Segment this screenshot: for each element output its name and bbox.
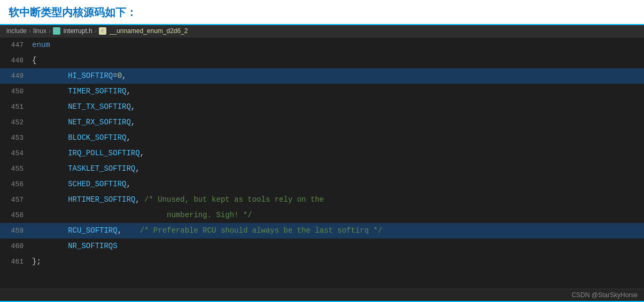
code-line: 451 NET_TX_SOFTIRQ, [0, 99, 644, 115]
line-content: TIMER_SOFTIRQ, [32, 84, 644, 99]
line-content: RCU_SOFTIRQ, /* Preferable RCU should al… [32, 223, 644, 238]
enum-icon: e [99, 27, 106, 35]
bottom-bar: CSDN @StarSkyHorse [0, 289, 644, 301]
breadcrumb-include: include [6, 27, 27, 35]
line-number: 453 [0, 131, 32, 146]
line-content: NET_RX_SOFTIRQ, [32, 115, 644, 130]
line-number: 457 [0, 193, 32, 208]
line-number: 454 [0, 146, 32, 161]
line-number: 458 [0, 208, 32, 223]
code-line: 453 BLOCK_SOFTIRQ, [0, 130, 644, 146]
code-container: include › linux › C interrupt.h › e __un… [0, 24, 644, 302]
code-body: 447enum448{449 HI_SOFTIRQ=0,450 TIMER_SO… [0, 37, 644, 289]
c-icon: C [53, 27, 60, 35]
line-content: { [32, 53, 644, 68]
code-line: 450 TIMER_SOFTIRQ, [0, 84, 644, 99]
line-content: enum [32, 37, 644, 52]
code-line: 454 IRQ_POLL_SOFTIRQ, [0, 146, 644, 161]
code-line: 456 SCHED_SOFTIRQ, [0, 177, 644, 192]
line-number: 461 [0, 255, 32, 269]
watermark: CSDN @StarSkyHorse [571, 291, 638, 299]
page-title: 软中断类型内核源码如下： [0, 0, 644, 24]
code-line: 457 HRTIMER_SOFTIRQ, /* Unused, but kept… [0, 192, 644, 208]
code-line: 448{ [0, 53, 644, 68]
code-line: 449 HI_SOFTIRQ=0, [0, 68, 644, 84]
line-content: SCHED_SOFTIRQ, [32, 177, 644, 192]
line-number: 449 [0, 69, 32, 84]
line-number: 448 [0, 53, 32, 68]
line-content: HRTIMER_SOFTIRQ, /* Unused, but kept as … [32, 192, 644, 207]
line-number: 455 [0, 162, 32, 177]
breadcrumb-file: interrupt.h [64, 27, 92, 35]
code-line: 458 numbering. Sigh! */ [0, 208, 644, 223]
line-number: 447 [0, 38, 32, 53]
code-line: 460 NR_SOFTIRQS [0, 239, 644, 254]
code-line: 447enum [0, 37, 644, 53]
line-content: IRQ_POLL_SOFTIRQ, [32, 146, 644, 161]
line-number: 460 [0, 239, 32, 254]
code-line: 461}; [0, 254, 644, 269]
line-content: }; [32, 254, 644, 269]
line-number: 452 [0, 115, 32, 130]
line-number: 450 [0, 84, 32, 99]
code-line: 452 NET_RX_SOFTIRQ, [0, 115, 644, 130]
line-number: 451 [0, 100, 32, 115]
line-content: TASKLET_SOFTIRQ, [32, 161, 644, 176]
line-content: HI_SOFTIRQ=0, [32, 68, 644, 83]
page-wrapper: 软中断类型内核源码如下： include › linux › C interru… [0, 0, 644, 302]
breadcrumb-linux: linux [33, 27, 46, 35]
code-line: 455 TASKLET_SOFTIRQ, [0, 161, 644, 177]
line-number: 456 [0, 177, 32, 192]
line-content: BLOCK_SOFTIRQ, [32, 130, 644, 145]
line-number: 459 [0, 224, 32, 239]
breadcrumb-enum: __unnamed_enum_d2d6_2 [110, 27, 188, 35]
line-content: numbering. Sigh! */ [32, 208, 644, 222]
breadcrumb: include › linux › C interrupt.h › e __un… [0, 25, 644, 37]
code-line: 459 RCU_SOFTIRQ, /* Preferable RCU shoul… [0, 223, 644, 239]
line-content: NR_SOFTIRQS [32, 239, 644, 253]
line-content: NET_TX_SOFTIRQ, [32, 99, 644, 114]
